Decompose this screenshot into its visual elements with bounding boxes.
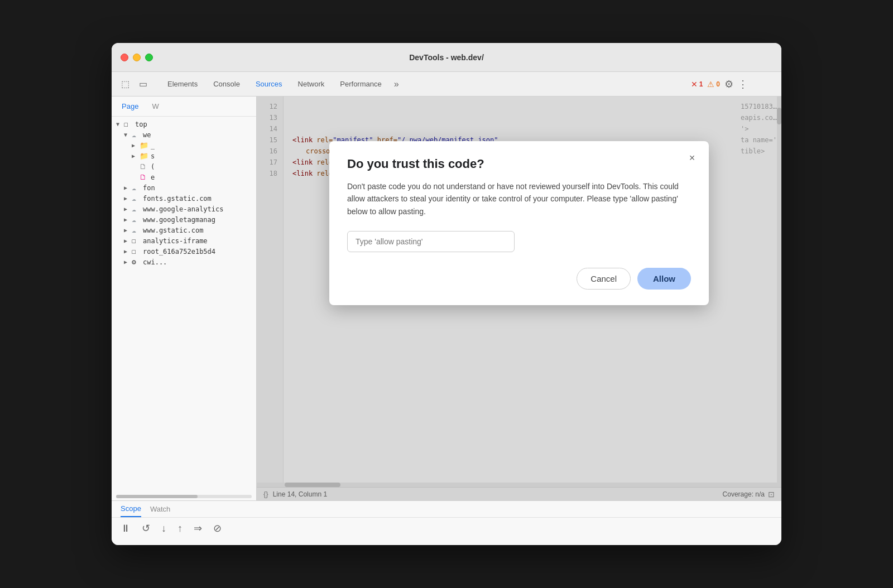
window-title: DevTools - web.dev/ [409, 53, 484, 62]
tree-label-analytics-iframe: analytics-iframe [143, 237, 208, 245]
modal-body: Don't paste code you do not understand o… [347, 180, 691, 218]
tree-label-gstatic: www.gstatic.com [143, 226, 203, 234]
tab-page[interactable]: Page [116, 100, 144, 113]
sidebar: Page W ▼ ☐ top ▼ ☁ we ▶ 📁 [112, 97, 257, 500]
tree-item-google-analytics[interactable]: ▶ ☁ www.google-analytics [112, 204, 256, 214]
main-area: Page W ▼ ☐ top ▼ ☁ we ▶ 📁 [112, 97, 781, 500]
tab-w[interactable]: W [146, 100, 164, 113]
gear-icon: ⚙ [132, 258, 142, 266]
tree-label-we: we [143, 131, 151, 139]
tab-watch[interactable]: Watch [150, 505, 170, 517]
tab-network[interactable]: Network [290, 76, 333, 91]
tree-arrow: ▶ [124, 206, 132, 212]
tree-arrow: ▼ [116, 121, 124, 127]
tree-arrow: ▶ [124, 227, 132, 233]
tree-label-root: root_616a752e1b5d4 [143, 248, 215, 256]
traffic-lights [121, 54, 153, 61]
tree-item-underscore[interactable]: ▶ 📁 _ [112, 140, 256, 151]
more-tabs[interactable]: » [390, 79, 404, 89]
device-icon[interactable]: ▭ [135, 76, 151, 92]
allow-pasting-input[interactable] [347, 231, 515, 252]
tree-arrow: ▶ [124, 185, 132, 191]
tab-console[interactable]: Console [205, 76, 248, 91]
cloud-gstatic-icon: ☁ [132, 226, 142, 234]
tree-arrow: ▶ [124, 216, 132, 223]
sidebar-tree: ▼ ☐ top ▼ ☁ we ▶ 📁 _ ▶ [112, 117, 256, 493]
tree-label-paren: ( [151, 163, 155, 171]
tree-item-we[interactable]: ▼ ☁ we [112, 129, 256, 140]
cloud-fonts-icon: ☁ [132, 194, 142, 203]
tree-arrow: ▶ [132, 142, 140, 148]
bottom-toolbar: ⏸ ↺ ↓ ↑ ⇒ ⊘ [112, 518, 781, 539]
tree-label-e: e [151, 173, 155, 181]
tab-performance[interactable]: Performance [332, 76, 389, 91]
modal-buttons: Cancel Allow [347, 268, 691, 290]
tab-elements[interactable]: Elements [160, 76, 205, 91]
tree-item-cwi[interactable]: ▶ ⚙ cwi... [112, 257, 256, 267]
cloud-fon-icon: ☁ [132, 184, 142, 192]
cloud-icon: ☁ [132, 131, 142, 139]
folder-icon-3: ☐ [132, 247, 142, 256]
cloud-ga-icon: ☁ [132, 205, 142, 213]
modal-overlay: × Do you trust this code? Don't paste co… [257, 97, 781, 500]
tree-arrow: ▶ [132, 153, 140, 159]
warning-badge: ⚠ 0 [707, 80, 720, 89]
maximize-button[interactable] [145, 54, 153, 61]
devtools-window: DevTools - web.dev/ ⬚ ▭ Elements Console… [112, 43, 781, 545]
tree-item-e[interactable]: 🗋 e [112, 172, 256, 182]
folder-icon: ☐ [124, 120, 134, 128]
tab-sources[interactable]: Sources [248, 76, 290, 91]
tree-arrow: ▶ [124, 238, 132, 244]
tree-label-cwi: cwi... [143, 258, 167, 266]
sidebar-scrollbar-thumb [116, 495, 198, 498]
modal-close-button[interactable]: × [684, 150, 700, 166]
title-bar: DevTools - web.dev/ [112, 43, 781, 72]
tree-item-s[interactable]: ▶ 📁 s [112, 151, 256, 161]
step-back-icon[interactable]: ↺ [142, 522, 150, 534]
tree-arrow: ▶ [124, 248, 132, 254]
minimize-button[interactable] [133, 54, 141, 61]
tab-scope[interactable]: Scope [121, 504, 141, 517]
sidebar-scrollbar[interactable] [116, 495, 252, 498]
settings-icon[interactable]: ⚙ [724, 78, 733, 90]
tree-item-gstatic[interactable]: ▶ ☁ www.gstatic.com [112, 225, 256, 235]
step-over-icon[interactable]: ↓ [161, 523, 166, 534]
file-pink-icon: 🗋 [140, 173, 150, 181]
folder-blue-icon: 📁 [140, 141, 150, 150]
devtools-icons: ⬚ ▭ [117, 76, 151, 92]
trust-code-modal: × Do you trust this code? Don't paste co… [329, 141, 709, 305]
allow-button[interactable]: Allow [637, 268, 691, 290]
step-out-icon[interactable]: ⇒ [194, 522, 202, 534]
step-into-icon[interactable]: ↑ [177, 523, 183, 534]
tree-label-s: s [151, 152, 155, 160]
cancel-button[interactable]: Cancel [577, 268, 631, 290]
tree-item-analytics-iframe[interactable]: ▶ ☐ analytics-iframe [112, 235, 256, 246]
tree-label-gtm: www.googletagmanag [143, 216, 215, 224]
sidebar-tabs: Page W [112, 97, 256, 117]
tree-item-top[interactable]: ▼ ☐ top [112, 119, 256, 129]
more-options-icon[interactable]: ⋮ [738, 78, 748, 90]
tree-item-fonts-gstatic[interactable]: ▶ ☁ fonts.gstatic.com [112, 193, 256, 204]
devtools-right-icons: ✕ 1 ⚠ 0 ⚙ ⋮ [691, 78, 748, 90]
bottom-tabs: Scope Watch [112, 501, 781, 518]
tree-label-fon: fon [143, 184, 155, 192]
cloud-gtm-icon: ☁ [132, 215, 142, 224]
tree-item-root[interactable]: ▶ ☐ root_616a752e1b5d4 [112, 246, 256, 257]
modal-title: Do you trust this code? [347, 157, 691, 171]
close-button[interactable] [121, 54, 128, 61]
tree-label-top: top [135, 121, 147, 128]
tree-label-underscore: _ [151, 142, 155, 150]
tree-item-gtm[interactable]: ▶ ☁ www.googletagmanag [112, 214, 256, 225]
tree-arrow: ▼ [124, 132, 132, 138]
error-badge: ✕ 1 [691, 80, 703, 89]
tree-arrow: ▶ [124, 195, 132, 201]
tree-item-paren[interactable]: 🗋 ( [112, 161, 256, 172]
deactivate-icon[interactable]: ⊘ [213, 522, 222, 534]
cursor-icon[interactable]: ⬚ [117, 76, 133, 92]
bottom-panel: Scope Watch ⏸ ↺ ↓ ↑ ⇒ ⊘ [112, 500, 781, 545]
folder-icon-2: ☐ [132, 237, 142, 245]
pause-icon[interactable]: ⏸ [121, 523, 131, 534]
devtools-tabs: ⬚ ▭ Elements Console Sources Network Per… [112, 72, 781, 97]
tree-item-fon[interactable]: ▶ ☁ fon [112, 182, 256, 193]
file-icon: 🗋 [140, 162, 150, 171]
